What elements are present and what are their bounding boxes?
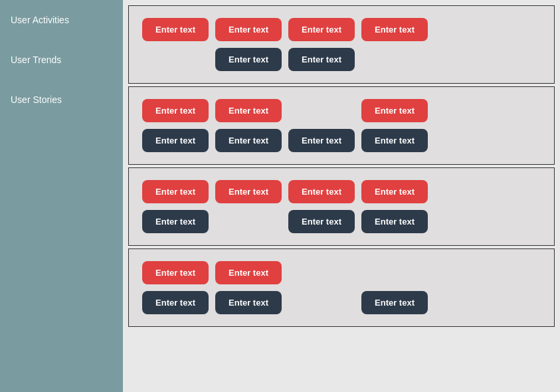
section-0: Enter textEnter textEnter textEnter text… — [128, 5, 555, 84]
btn-0-0-2[interactable]: Enter text — [288, 18, 355, 41]
sidebar: User Activities User Trends User Stories — [0, 0, 123, 392]
main-content: Enter textEnter textEnter textEnter text… — [123, 0, 560, 392]
btn-1-0-3[interactable]: Enter text — [361, 99, 428, 122]
section-2-row-0: Enter textEnter textEnter textEnter text — [142, 180, 541, 203]
btn-0-0-0[interactable]: Enter text — [142, 18, 209, 41]
section-1-row-0: Enter textEnter textEnter text — [142, 99, 541, 122]
spacer-3-1-2 — [288, 291, 355, 314]
spacer-3-0-3 — [361, 261, 428, 284]
section-2: Enter textEnter textEnter textEnter text… — [128, 167, 555, 246]
btn-3-0-0[interactable]: Enter text — [142, 261, 209, 284]
btn-0-1-1[interactable]: Enter text — [215, 48, 282, 71]
btn-3-1-3[interactable]: Enter text — [361, 291, 428, 314]
btn-2-1-2[interactable]: Enter text — [288, 210, 355, 233]
btn-1-1-3[interactable]: Enter text — [361, 129, 428, 152]
section-2-row-1: Enter textEnter textEnter text — [142, 210, 541, 233]
sidebar-item-user-stories[interactable]: User Stories — [0, 80, 123, 120]
section-3-row-1: Enter textEnter textEnter text — [142, 291, 541, 314]
section-0-row-0: Enter textEnter textEnter textEnter text — [142, 18, 541, 41]
btn-0-0-3[interactable]: Enter text — [361, 18, 428, 41]
btn-2-0-1[interactable]: Enter text — [215, 180, 282, 203]
section-3-row-0: Enter textEnter text — [142, 261, 541, 284]
btn-1-0-1[interactable]: Enter text — [215, 99, 282, 122]
btn-3-1-0[interactable]: Enter text — [142, 291, 209, 314]
btn-0-1-2[interactable]: Enter text — [288, 48, 355, 71]
spacer-0-1-0 — [142, 48, 209, 71]
section-0-row-1: Enter textEnter text — [142, 48, 541, 71]
sidebar-item-user-activities[interactable]: User Activities — [0, 0, 123, 40]
btn-0-0-1[interactable]: Enter text — [215, 18, 282, 41]
btn-1-1-2[interactable]: Enter text — [288, 129, 355, 152]
btn-3-0-1[interactable]: Enter text — [215, 261, 282, 284]
section-1: Enter textEnter textEnter textEnter text… — [128, 86, 555, 165]
section-1-row-1: Enter textEnter textEnter textEnter text — [142, 129, 541, 152]
spacer-1-0-2 — [288, 99, 355, 122]
btn-1-0-0[interactable]: Enter text — [142, 99, 209, 122]
btn-1-1-1[interactable]: Enter text — [215, 129, 282, 152]
spacer-2-1-1 — [215, 210, 282, 233]
btn-1-1-0[interactable]: Enter text — [142, 129, 209, 152]
btn-2-0-0[interactable]: Enter text — [142, 180, 209, 203]
btn-2-0-2[interactable]: Enter text — [288, 180, 355, 203]
sidebar-item-user-trends[interactable]: User Trends — [0, 40, 123, 80]
spacer-3-0-2 — [288, 261, 355, 284]
btn-3-1-1[interactable]: Enter text — [215, 291, 282, 314]
btn-2-1-3[interactable]: Enter text — [361, 210, 428, 233]
btn-2-0-3[interactable]: Enter text — [361, 180, 428, 203]
section-3: Enter textEnter textEnter textEnter text… — [128, 248, 555, 327]
btn-2-1-0[interactable]: Enter text — [142, 210, 209, 233]
